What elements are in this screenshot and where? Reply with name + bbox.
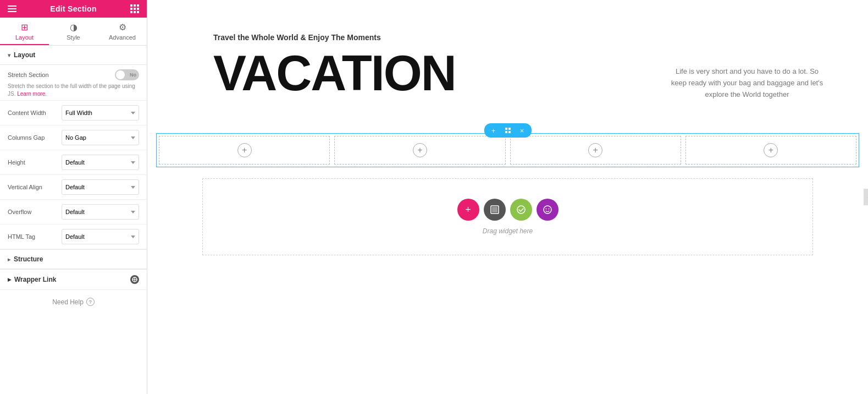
need-help[interactable]: Need Help ?	[0, 289, 147, 314]
column-1[interactable]: +	[159, 136, 330, 165]
column-3[interactable]: +	[510, 136, 681, 165]
stretch-hint: Stretch the section to the full width of…	[8, 83, 139, 98]
widget-buttons-row: +	[457, 199, 559, 221]
html-tag-label: HTML Tag	[8, 233, 57, 240]
columns-section-wrapper: + × + + +	[152, 133, 864, 167]
structure-label: Structure	[14, 255, 43, 263]
tab-style[interactable]: ◑ Style	[49, 18, 98, 45]
svg-point-11	[545, 209, 546, 210]
html-tag-select[interactable]: Default header main footer section	[62, 229, 139, 244]
tab-layout[interactable]: ⊞ Layout	[0, 18, 49, 45]
tab-layout-label: Layout	[15, 34, 34, 41]
vacation-text-left: Travel the Whole World & Enjoy The Momen…	[213, 33, 637, 98]
wrapper-arrow-icon: ▸	[8, 276, 11, 283]
columns-gap-label: Columns Gap	[8, 134, 57, 141]
height-group: Height Default Fit To Screen Min Height	[0, 150, 147, 175]
layout-section-label: Layout	[14, 51, 35, 59]
structure-arrow-icon: ▸	[8, 256, 10, 262]
toolbar-close-btn[interactable]: ×	[516, 124, 528, 136]
vertical-align-label: Vertical Align	[8, 184, 57, 190]
svg-rect-3	[505, 128, 507, 130]
widget-add-btn[interactable]: +	[457, 199, 479, 221]
tab-advanced-label: Advanced	[109, 34, 136, 41]
stretch-label: Stretch Section	[8, 72, 49, 78]
toggle-slider: No	[115, 69, 139, 80]
add-col-1-btn[interactable]: +	[237, 143, 252, 157]
vacation-hero-section: Travel the Whole World & Enjoy The Momen…	[147, 0, 868, 133]
sidebar-header: Edit Section	[0, 0, 147, 18]
structure-section-header[interactable]: ▸ Structure	[0, 249, 147, 269]
style-tab-icon: ◑	[70, 22, 78, 32]
help-icon: ?	[86, 298, 95, 306]
wrapper-link-icon	[130, 275, 139, 284]
html-tag-group: HTML Tag Default header main footer sect…	[0, 225, 147, 249]
overflow-select[interactable]: Default Hidden	[62, 204, 139, 220]
sidebar: Edit Section ⊞ Layout ◑ Style ⚙ Advanced…	[0, 0, 147, 394]
vertical-align-select[interactable]: Default Top Middle Bottom	[62, 179, 139, 195]
content-width-group: Content Width Full Width Boxed	[0, 101, 147, 125]
wrapper-link-section[interactable]: ▸ Wrapper Link	[0, 269, 147, 289]
tabs-bar: ⊞ Layout ◑ Style ⚙ Advanced	[0, 18, 147, 46]
layout-section-header[interactable]: ▾ Layout	[0, 46, 147, 65]
svg-rect-5	[505, 131, 507, 133]
tab-advanced[interactable]: ⚙ Advanced	[98, 18, 147, 45]
widget-media-btn[interactable]	[484, 199, 506, 221]
content-width-label: Content Width	[8, 110, 57, 116]
add-col-3-btn[interactable]: +	[588, 143, 602, 157]
widget-smiley-btn[interactable]	[537, 199, 559, 221]
column-4[interactable]: +	[685, 136, 856, 165]
toolbar-move-btn[interactable]	[502, 124, 514, 136]
grid-icon[interactable]	[130, 4, 139, 13]
stretch-row: Stretch Section No	[8, 69, 139, 80]
widget-drop-area: + Drag	[202, 178, 813, 255]
column-row: + + + +	[157, 134, 859, 167]
columns-gap-group: Columns Gap No Gap Narrow Default	[0, 125, 147, 150]
overflow-group: Overflow Default Hidden	[0, 200, 147, 225]
add-col-2-btn[interactable]: +	[413, 143, 427, 157]
overflow-label: Overflow	[8, 209, 57, 215]
hamburger-icon[interactable]	[8, 6, 16, 12]
svg-point-12	[548, 209, 549, 210]
vacation-title: VACATION	[213, 48, 637, 98]
columns-section: + + + +	[156, 133, 859, 167]
vacation-subtitle: Travel the Whole World & Enjoy The Momen…	[213, 33, 637, 42]
layout-tab-icon: ⊞	[21, 22, 28, 32]
add-col-4-btn[interactable]: +	[764, 143, 778, 157]
svg-rect-6	[508, 131, 511, 133]
wrapper-link-label: Wrapper Link	[14, 276, 56, 283]
toggle-off-label: No	[130, 72, 136, 78]
wrapper-left: ▸ Wrapper Link	[8, 276, 56, 283]
learn-more-link[interactable]: Learn more.	[17, 91, 47, 97]
column-2[interactable]: +	[334, 136, 505, 165]
panel-title: Edit Section	[50, 4, 97, 13]
tab-style-label: Style	[67, 34, 80, 41]
section-toolbar: + ×	[484, 123, 532, 138]
need-help-label: Need Help	[52, 298, 84, 306]
stretch-toggle[interactable]: No	[115, 69, 139, 80]
layout-arrow-icon: ▾	[8, 52, 10, 58]
svg-point-9	[517, 206, 525, 214]
toolbar-add-btn[interactable]: +	[488, 124, 500, 136]
vertical-align-group: Vertical Align Default Top Middle Bottom	[0, 175, 147, 200]
svg-point-10	[544, 206, 551, 214]
svg-rect-4	[508, 128, 511, 130]
vacation-description: Life is very short and you have to do a …	[670, 33, 824, 100]
height-select[interactable]: Default Fit To Screen Min Height	[62, 155, 139, 170]
stretch-section-group: Stretch Section No Stretch the section t…	[0, 65, 147, 101]
sidebar-content: ▾ Layout Stretch Section No Stretch the …	[0, 46, 147, 394]
main-canvas: Travel the Whole World & Enjoy The Momen…	[147, 0, 868, 394]
columns-gap-select[interactable]: No Gap Narrow Default	[62, 130, 139, 145]
height-label: Height	[8, 159, 57, 166]
drag-widget-hint: Drag widget here	[483, 227, 533, 235]
widget-green-btn[interactable]	[510, 199, 532, 221]
advanced-tab-icon: ⚙	[119, 22, 126, 32]
svg-rect-8	[492, 207, 497, 212]
content-width-select[interactable]: Full Width Boxed	[62, 105, 139, 121]
